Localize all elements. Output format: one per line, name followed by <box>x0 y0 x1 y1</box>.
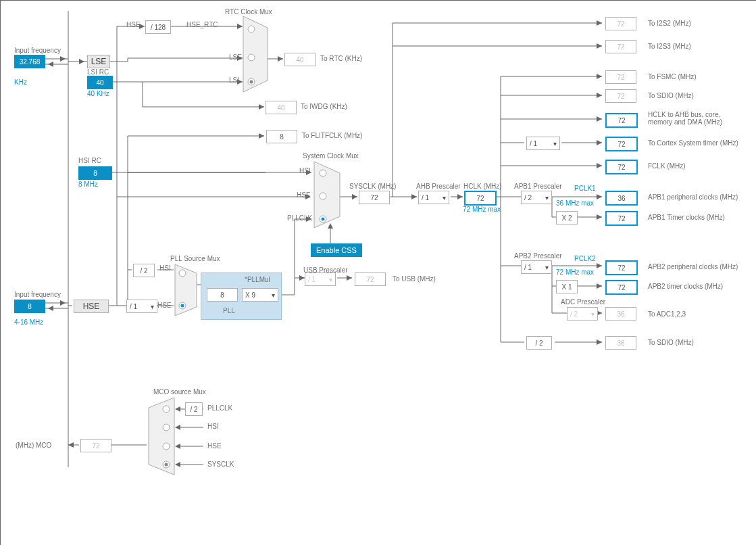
svg-point-118 <box>181 304 184 308</box>
apb2-timer-label: APB2 timer clocks (MHz) <box>648 283 723 290</box>
hse-input-range: 4-16 MHz <box>14 318 43 326</box>
sysmux-title: System Clock Mux <box>303 152 359 160</box>
pll-mul[interactable]: X 9▾ <box>242 288 278 302</box>
pll-hse-div[interactable]: / 1▾ <box>126 300 157 313</box>
sysclk-value: 72 <box>359 191 390 204</box>
hse-block[interactable]: HSE <box>74 300 109 313</box>
adc-div-val: / 2 <box>570 310 578 318</box>
svg-point-111 <box>320 170 326 176</box>
usb-div[interactable]: / 1▾ <box>305 272 336 286</box>
apb1-timer-value[interactable]: 72 <box>605 211 638 226</box>
hse-input-title: Input frequency <box>14 291 61 298</box>
cortex-value[interactable]: 72 <box>605 137 638 151</box>
system-clock-mux[interactable] <box>313 161 341 229</box>
svg-marker-93 <box>597 43 602 49</box>
hclk-note: 72 MHz max <box>463 206 501 213</box>
svg-marker-94 <box>597 74 602 79</box>
svg-marker-96 <box>597 116 602 122</box>
chevron-down-icon: ▾ <box>591 310 595 318</box>
mco-mux[interactable] <box>148 397 175 475</box>
sdio1-value: 72 <box>605 89 636 103</box>
svg-marker-58 <box>278 56 283 62</box>
mco-label: (MHz) MCO <box>16 442 51 449</box>
usb-div-val: / 1 <box>308 276 316 283</box>
apb1-div[interactable]: / 2▾ <box>521 191 552 204</box>
hsi-rc-value: 8 <box>78 166 112 180</box>
pll-value[interactable]: 8 <box>207 288 238 302</box>
svg-marker-110 <box>314 162 340 228</box>
hclk-value[interactable]: 72 <box>464 191 497 206</box>
mco-hse: HSE <box>207 442 222 450</box>
mco-pllclk: PLLCLK <box>207 404 232 412</box>
sdio2-value: 36 <box>605 336 636 350</box>
pll-hsi-div2: / 2 <box>133 264 155 277</box>
adc-title: ADC Prescaler <box>561 298 605 306</box>
cortex-div[interactable]: / 1▾ <box>526 137 560 150</box>
chevron-down-icon: ▾ <box>545 264 549 271</box>
pll-hsi-label: HSI <box>159 264 171 272</box>
cortex-div-val: / 1 <box>530 140 537 147</box>
hsi-rc-note: 8 MHz <box>78 181 98 188</box>
adc-value: 36 <box>605 307 636 321</box>
hclk-ahb-value[interactable]: 72 <box>605 113 638 128</box>
fsmc-label: To FSMC (MHz) <box>648 73 697 80</box>
svg-marker-76 <box>347 275 352 281</box>
apb1-timer-label: APB1 Timer clocks (MHz) <box>648 214 725 221</box>
svg-point-120 <box>163 406 170 412</box>
svg-marker-98 <box>597 163 602 168</box>
apb2-timer-value[interactable]: 72 <box>605 280 638 295</box>
apb1-periph-value[interactable]: 36 <box>605 191 638 206</box>
chevron-down-icon: ▾ <box>553 140 557 147</box>
svg-point-107 <box>248 54 255 61</box>
svg-marker-95 <box>597 93 602 98</box>
pll-hse-div-val: / 1 <box>130 303 137 310</box>
apb2-periph-value[interactable]: 72 <box>605 260 638 275</box>
apb2-timer-mul: X 1 <box>556 280 578 293</box>
ahb-div[interactable]: / 1▾ <box>418 191 449 204</box>
adc-div[interactable]: / 2▾ <box>567 307 598 321</box>
sysmux-hsi: HSI <box>299 167 311 174</box>
pll-source-mux[interactable] <box>174 264 197 316</box>
rtc-mux[interactable] <box>243 16 268 93</box>
pll-mul-val: X 9 <box>245 291 255 299</box>
svg-marker-88 <box>175 425 180 430</box>
clock-diagram: Input frequency 32.768 KHz LSE LSI RC 40… <box>0 0 756 545</box>
pllmux-title: PLL Source Mux <box>170 255 220 262</box>
sdio1-label: To SDIO (MHz) <box>648 92 694 99</box>
chevron-down-icon: ▾ <box>272 291 275 299</box>
rtc-hse-div: / 128 <box>145 20 171 34</box>
lsi-rc-title: LSI RC <box>87 68 109 76</box>
hse-input-value[interactable]: 8 <box>14 300 45 313</box>
pll-label: PLL <box>223 307 235 314</box>
flitf-value: 8 <box>266 130 297 143</box>
iwdg-value: 40 <box>266 101 297 114</box>
svg-point-116 <box>179 270 186 277</box>
fclk-value[interactable]: 72 <box>605 160 638 174</box>
i2s2-label: To I2S2 (MHz) <box>648 20 691 27</box>
apb1-div-val: / 2 <box>524 194 532 202</box>
enable-css-button[interactable]: Enable CSS <box>311 243 362 257</box>
svg-marker-27 <box>60 56 66 62</box>
svg-marker-90 <box>175 462 180 467</box>
svg-point-124 <box>165 463 168 467</box>
cortex-label: To Cortex System timer (MHz) <box>648 139 738 147</box>
mco-hsi: HSI <box>207 423 219 430</box>
apb2-div[interactable]: / 1▾ <box>521 260 552 274</box>
i2s3-value: 72 <box>605 40 636 53</box>
lse-input-value[interactable]: 32.768 <box>14 55 45 68</box>
sdio2-div: / 2 <box>526 336 552 350</box>
pclk1-note: 36 MHz max <box>556 199 594 207</box>
svg-marker-31 <box>79 59 84 64</box>
svg-marker-74 <box>299 275 305 281</box>
hsi-rc-title: HSI RC <box>78 157 101 164</box>
svg-marker-101 <box>597 263 602 268</box>
svg-marker-100 <box>597 214 602 220</box>
svg-marker-105 <box>243 16 268 92</box>
pllmul-label: *PLLMul <box>245 276 270 283</box>
lse-block[interactable]: LSE <box>87 55 110 68</box>
hclk-ahb-label: HCLK to AHB bus, core, memory and DMA (M… <box>648 111 742 126</box>
pclk1-label: PCLK1 <box>574 185 596 192</box>
pclk2-note: 72 MHz max <box>556 268 594 276</box>
svg-marker-99 <box>597 194 602 199</box>
usb-label: To USB (MHz) <box>393 275 436 283</box>
